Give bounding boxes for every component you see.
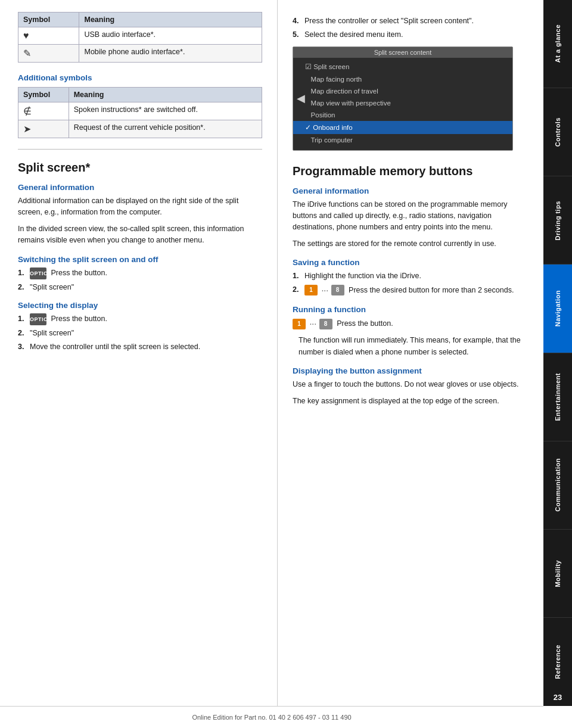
right-column: 4. Press the controller or select "Split…	[277, 0, 543, 706]
page-number: 23	[543, 688, 572, 706]
screen-menu-item-onboard: ✓ Onboard info	[293, 121, 512, 134]
spoken-instructions-icon: ∉	[23, 105, 32, 117]
step-item: 1. OPTION Press the button.	[18, 267, 262, 279]
screen-menu-item-trip: Trip computer	[293, 134, 512, 146]
vehicle-position-icon: ➤	[23, 123, 31, 135]
symbol-cell: ➤	[18, 120, 69, 138]
screen-menu-item-direction: Map direction of travel	[293, 85, 512, 97]
divider	[18, 149, 262, 150]
ellipsis-icon: ···	[321, 284, 328, 297]
col-header-symbol: Symbol	[18, 13, 79, 27]
split-screen-title: Split screen*	[18, 160, 262, 175]
selecting-heading: Selecting the display	[18, 301, 262, 310]
general-info-text1-right: The iDrive functions can be stored on th…	[293, 199, 531, 234]
symbol-table-additional: Symbol Meaning ∉ Spoken instructions* ar…	[18, 87, 262, 138]
col-header-meaning: Meaning	[69, 88, 262, 102]
sidebar-tab-navigation[interactable]: Navigation	[543, 265, 572, 353]
switching-steps: 1. OPTION Press the button. 2. "Split sc…	[18, 267, 262, 293]
meaning-cell: Mobile phone audio interface*.	[79, 45, 262, 63]
col-header-meaning: Meaning	[79, 13, 262, 27]
symbol-cell: ✎	[18, 45, 79, 63]
mem-button-run-1-icon: 1	[293, 319, 306, 329]
displaying-text1: Use a finger to touch the buttons. Do no…	[293, 379, 531, 390]
meaning-cell: USB audio interface*.	[79, 27, 262, 45]
table-row: ♥ USB audio interface*.	[18, 27, 262, 45]
saving-steps: 1. Highlight the function via the iDrive…	[293, 270, 531, 297]
symbol-cell: ∉	[18, 102, 69, 120]
mem-button-1-icon: 1	[304, 285, 318, 295]
selecting-steps: 1. OPTION Press the button. 2. "Split sc…	[18, 313, 262, 353]
meaning-cell: Request of the current vehicle position*…	[69, 120, 262, 138]
switching-heading: Switching the split screen on and off	[18, 255, 262, 264]
meaning-cell: Spoken instructions* are switched off.	[69, 102, 262, 120]
screen-title-bar: Split screen content	[293, 47, 512, 58]
step-item: 3. Move the controller until the split s…	[18, 341, 262, 353]
screen-image: Split screen content ◀ ☑ Split screen Ma…	[293, 46, 513, 151]
saving-heading: Saving a function	[293, 258, 531, 267]
ellipsis-run-icon: ···	[309, 318, 316, 331]
sidebar: At a glance Controls Driving tips Naviga…	[543, 0, 572, 706]
screen-menu-item-perspective: Map view with perspective	[293, 97, 512, 109]
table-row: ➤ Request of the current vehicle positio…	[18, 120, 262, 138]
running-text: 1 ··· 8 Press the button.	[293, 318, 531, 331]
displaying-text2: The key assignment is displayed at the t…	[293, 396, 531, 407]
sidebar-tab-at-a-glance[interactable]: At a glance	[543, 0, 572, 88]
sidebar-tab-entertainment[interactable]: Entertainment	[543, 353, 572, 441]
general-info-text2-right: The settings are stored for the remote c…	[293, 238, 531, 250]
step-item: 1. OPTION Press the button.	[18, 313, 262, 325]
step-item: 5. Select the desired menu item.	[293, 29, 531, 41]
screen-nav-arrow-icon: ◀	[297, 92, 305, 105]
col-header-symbol: Symbol	[18, 88, 69, 102]
general-info-text2-left: In the divided screen view, the so-calle…	[18, 223, 262, 247]
displaying-heading: Displaying the button assignment	[293, 366, 531, 375]
general-info-heading-right: General information	[293, 186, 531, 195]
symbol-cell: ♥	[18, 27, 79, 45]
step-item: 1. Highlight the function via the iDrive…	[293, 270, 531, 282]
left-column: Symbol Meaning ♥ USB audio interface*. ✎	[0, 0, 277, 706]
screen-menu-item-position: Position	[293, 109, 512, 121]
footer: Online Edition for Part no. 01 40 2 606 …	[0, 706, 543, 728]
table-row: ∉ Spoken instructions* are switched off.	[18, 102, 262, 120]
running-text2: The function will run immediately. This …	[299, 335, 531, 358]
option-button-icon: OPTION	[30, 267, 46, 279]
sidebar-tab-controls[interactable]: Controls	[543, 88, 572, 176]
symbol-table-main: Symbol Meaning ♥ USB audio interface*. ✎	[18, 12, 262, 63]
step-item: 2. "Split screen"	[18, 328, 262, 339]
prog-memory-title: Programmable memory buttons	[293, 164, 531, 178]
step-item: 2. "Split screen"	[18, 282, 262, 293]
usb-icon: ♥	[23, 30, 29, 41]
screen-menu: ☑ Split screen Map facing north Map dire…	[293, 58, 512, 148]
phone-icon: ✎	[23, 48, 31, 59]
general-info-text1-left: Additional information can be displayed …	[18, 195, 262, 219]
steps-top: 4. Press the controller or select "Split…	[293, 15, 531, 41]
step-item: 2. 1 ··· 8 Press the desired button for …	[293, 284, 531, 297]
step-item: 4. Press the controller or select "Split…	[293, 15, 531, 27]
table-row: ✎ Mobile phone audio interface*.	[18, 45, 262, 63]
running-heading: Running a function	[293, 305, 531, 314]
main-content: Symbol Meaning ♥ USB audio interface*. ✎	[0, 0, 543, 706]
screen-menu-item-north: Map facing north	[293, 73, 512, 85]
mem-button-8-icon: 8	[331, 285, 344, 295]
sidebar-tab-driving-tips[interactable]: Driving tips	[543, 176, 572, 265]
screen-menu-item-split: ☑ Split screen	[293, 60, 512, 73]
additional-symbols-heading: Additional symbols	[18, 73, 262, 82]
footer-text: Online Edition for Part no. 01 40 2 606 …	[192, 714, 351, 721]
option-button-icon-2: OPTION	[30, 313, 46, 325]
sidebar-tab-mobility[interactable]: Mobility	[543, 530, 572, 618]
mem-button-run-8-icon: 8	[319, 319, 332, 329]
sidebar-tab-communication[interactable]: Communication	[543, 441, 572, 530]
general-info-heading-left: General information	[18, 183, 262, 192]
